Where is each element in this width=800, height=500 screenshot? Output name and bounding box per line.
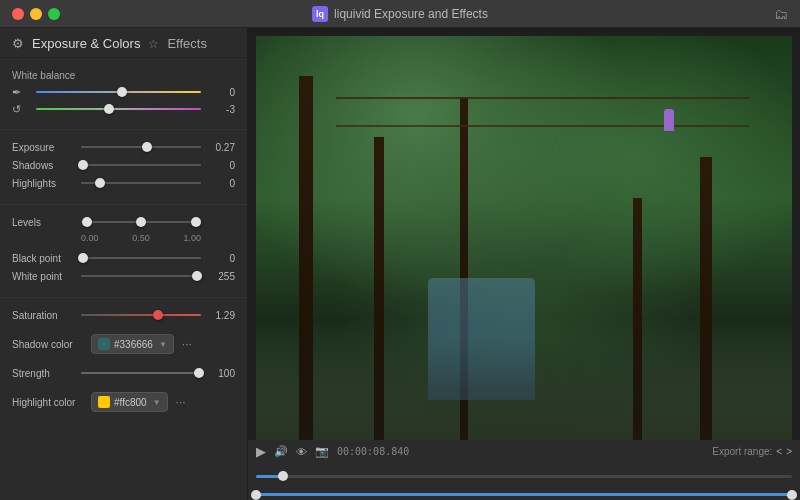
close-button[interactable] [12, 8, 24, 20]
levels-slider[interactable] [81, 215, 201, 229]
wb-tint-slider[interactable] [36, 102, 201, 116]
wb-tint-value: -3 [205, 104, 235, 115]
divider-1 [0, 129, 247, 130]
shadow-color-picker[interactable]: #336666 ▼ [91, 334, 174, 354]
blackwhite-section: Black point 0 White point [0, 247, 247, 291]
exposure-section: Exposure 0.27 Shadows 0 [0, 136, 247, 198]
folder-icon[interactable]: 🗂 [774, 6, 788, 22]
strength-slider[interactable] [81, 366, 201, 380]
strength-value: 100 [205, 368, 235, 379]
black-point-slider[interactable] [81, 251, 201, 265]
saturation-value: 1.29 [205, 310, 235, 321]
white-balance-label: White balance [12, 70, 235, 81]
levels-label: Levels [12, 217, 77, 228]
titlebar: lq liquivid Exposure and Effects 🗂 [0, 0, 800, 28]
white-balance-section: White balance ✒ 0 ↺ [0, 64, 247, 123]
range-thumb-left[interactable] [251, 490, 261, 500]
minimize-button[interactable] [30, 8, 42, 20]
camera-button[interactable]: 📷 [315, 445, 329, 458]
wb-temp-thumb[interactable] [117, 87, 127, 97]
wb-reset-icon[interactable]: ↺ [12, 103, 32, 116]
highlights-thumb[interactable] [95, 178, 105, 188]
highlight-color-row: Highlight color #ffc800 ▼ ··· [12, 392, 235, 412]
white-point-thumb[interactable] [192, 271, 202, 281]
shadows-thumb[interactable] [78, 160, 88, 170]
white-point-slider[interactable] [81, 269, 201, 283]
shadow-color-menu[interactable]: ··· [182, 337, 192, 351]
main-layout: ⚙ Exposure & Colors ☆ Effects White bala… [0, 28, 800, 500]
range-next[interactable]: > [786, 446, 792, 457]
levels-row: Levels [12, 215, 235, 229]
black-point-row: Black point 0 [12, 251, 235, 265]
shadows-value: 0 [205, 160, 235, 171]
wb-tint-thumb[interactable] [104, 104, 114, 114]
strength-thumb[interactable] [194, 368, 204, 378]
exposure-row: Exposure 0.27 [12, 140, 235, 154]
strength-fill [81, 372, 201, 374]
shadows-row: Shadows 0 [12, 158, 235, 172]
shadows-slider[interactable] [81, 158, 201, 172]
person-figure [664, 109, 674, 131]
shadow-color-swatch [98, 338, 110, 350]
highlight-color-menu[interactable]: ··· [176, 395, 186, 409]
levels-thumb-mid[interactable] [136, 217, 146, 227]
highlight-color-swatch [98, 396, 110, 408]
time-display: 00:00:08.840 [337, 446, 409, 457]
highlight-color-arrow: ▼ [153, 398, 161, 407]
range-thumb-right[interactable] [787, 490, 797, 500]
divider-3 [0, 297, 247, 298]
playback-controls: ▶ 🔊 👁 📷 00:00:08.840 Export range: < > [248, 440, 800, 500]
range-prev[interactable]: < [776, 446, 782, 457]
divider-2 [0, 204, 247, 205]
star-icon[interactable]: ☆ [148, 37, 159, 51]
levels-thumb-right[interactable] [191, 217, 201, 227]
exposure-label: Exposure [12, 142, 77, 153]
controls-area: White balance ✒ 0 ↺ [0, 58, 247, 500]
shadow-color-label: Shadow color [12, 339, 87, 350]
settings-icon: ⚙ [12, 36, 24, 51]
tab-effects[interactable]: Effects [167, 36, 207, 51]
eye-button[interactable]: 👁 [296, 446, 307, 458]
traffic-lights [12, 8, 60, 20]
highlights-label: Highlights [12, 178, 77, 189]
levels-values: 0.00 0.50 1.00 [12, 233, 235, 243]
export-range-label: Export range: [712, 446, 772, 457]
app-icon: lq [312, 6, 328, 22]
highlight-color-picker[interactable]: #ffc800 ▼ [91, 392, 168, 412]
video-frame [256, 36, 792, 440]
levels-thumb-left[interactable] [82, 217, 92, 227]
maximize-button[interactable] [48, 8, 60, 20]
saturation-label: Saturation [12, 310, 77, 321]
timeline-row [256, 463, 792, 489]
wb-temp-value: 0 [205, 87, 235, 98]
range-track[interactable] [256, 493, 792, 496]
exposure-slider[interactable] [81, 140, 201, 154]
white-point-value: 255 [205, 271, 235, 282]
bridge-rail-2 [336, 125, 749, 127]
shadow-color-section: Shadow color #336666 ▼ ··· [0, 330, 247, 362]
video-preview [256, 36, 792, 440]
highlights-slider[interactable] [81, 176, 201, 190]
timeline-track[interactable] [256, 475, 792, 478]
white-point-row: White point 255 [12, 269, 235, 283]
rocks-shadow [256, 339, 792, 440]
title-text: liquivid Exposure and Effects [334, 7, 488, 21]
timeline-thumb[interactable] [278, 471, 288, 481]
wb-eyedropper-icon[interactable]: ✒ [12, 86, 32, 99]
play-button[interactable]: ▶ [256, 444, 266, 459]
volume-button[interactable]: 🔊 [274, 445, 288, 458]
window-title: lq liquivid Exposure and Effects [312, 6, 488, 22]
wb-slider-row-1: ✒ 0 [12, 85, 235, 99]
right-panel: ▶ 🔊 👁 📷 00:00:08.840 Export range: < > [248, 28, 800, 500]
exposure-value: 0.27 [205, 142, 235, 153]
exposure-thumb[interactable] [142, 142, 152, 152]
tab-exposure-colors[interactable]: Exposure & Colors [32, 36, 140, 51]
black-point-value: 0 [205, 253, 235, 264]
levels-max: 1.00 [183, 233, 201, 243]
levels-min: 0.00 [81, 233, 99, 243]
bridge-rail-1 [336, 97, 749, 99]
saturation-thumb[interactable] [153, 310, 163, 320]
wb-temperature-slider[interactable] [36, 85, 201, 99]
saturation-slider[interactable] [81, 308, 201, 322]
black-point-thumb[interactable] [78, 253, 88, 263]
